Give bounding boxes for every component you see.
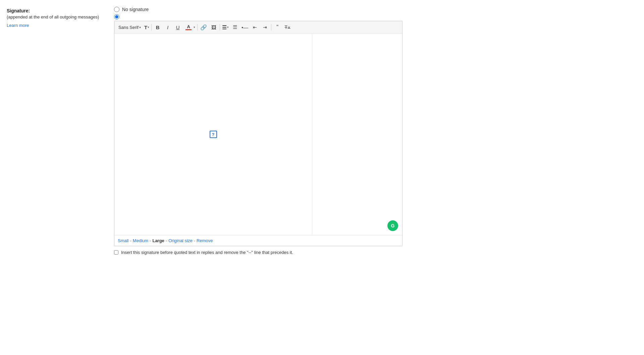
font-color-letter: A — [187, 25, 190, 29]
bold-button[interactable]: B — [153, 23, 162, 32]
size-small-link[interactable]: Small — [118, 238, 129, 243]
image-button[interactable]: 🖼 — [209, 23, 218, 32]
bulleted-list-icon: •— — [241, 25, 248, 30]
font-color-arrow: ▾ — [194, 26, 195, 29]
editor-side-area[interactable]: G — [312, 34, 402, 235]
font-size-arrow: ▾ — [148, 26, 149, 29]
font-family-label: Sans Serif — [118, 25, 139, 30]
no-signature-label: No signature — [122, 7, 149, 12]
align-arrow: ▾ — [227, 26, 229, 29]
toolbar-divider-4 — [271, 24, 271, 31]
grammarly-button[interactable]: G — [387, 220, 398, 231]
size-large-link[interactable]: Large — [152, 238, 164, 243]
size-medium-link[interactable]: Medium — [133, 238, 148, 243]
radio-options: No signature — [114, 7, 644, 19]
size-sep-4: - — [194, 238, 195, 243]
font-size-btn[interactable]: T ▾ — [144, 23, 150, 32]
image-size-bar: Small - Medium - Large - Original size -… — [114, 235, 402, 246]
editor-main-area[interactable]: ? — [114, 34, 312, 235]
indent-less-button[interactable]: ⇤ — [250, 23, 260, 32]
placeholder-image-icon: ? — [210, 131, 217, 138]
blockquote-button[interactable]: " — [273, 23, 282, 32]
bulleted-list-button[interactable]: •— — [240, 23, 250, 32]
editor-area[interactable]: ? G — [114, 34, 402, 235]
font-color-btn[interactable]: A ▾ — [183, 23, 196, 32]
italic-label: I — [167, 25, 168, 30]
numbered-list-button[interactable]: ☰ — [230, 23, 239, 32]
editor-toolbar: Sans Serif ▾ T ▾ B I — [114, 21, 402, 34]
italic-button[interactable]: I — [163, 23, 172, 32]
no-signature-row: No signature — [114, 7, 644, 12]
numbered-list-icon: ☰ — [233, 24, 237, 30]
learn-more-link[interactable]: Learn more — [7, 23, 29, 28]
underline-label: U — [176, 25, 180, 30]
left-panel: Signature: (appended at the end of all o… — [7, 7, 114, 256]
size-remove-link[interactable]: Remove — [197, 238, 213, 243]
size-original-link[interactable]: Original size — [168, 238, 193, 243]
font-size-icon: T — [144, 25, 147, 30]
font-family-select[interactable]: Sans Serif ▾ — [116, 24, 143, 31]
image-icon: 🖼 — [211, 25, 216, 30]
blockquote-icon: " — [276, 24, 278, 30]
grammarly-letter: G — [391, 223, 395, 228]
toolbar-divider-2 — [197, 24, 198, 31]
custom-signature-radio[interactable] — [114, 14, 119, 19]
indent-less-icon: ⇤ — [253, 25, 257, 30]
remove-format-icon: T✕ — [284, 25, 290, 30]
signature-description: (appended at the end of all outgoing mes… — [7, 14, 114, 20]
no-signature-radio[interactable] — [114, 7, 119, 12]
insert-signature-row: Insert this signature before quoted text… — [114, 250, 644, 256]
remove-format-button[interactable]: T✕ — [283, 23, 292, 32]
size-sep-1: - — [130, 238, 131, 243]
insert-signature-checkbox[interactable] — [114, 250, 118, 255]
toolbar-divider-3 — [220, 24, 220, 31]
size-sep-2: - — [150, 238, 151, 243]
font-color-bar — [185, 29, 192, 30]
align-icon: ☰ — [222, 24, 227, 31]
right-panel: No signature Sans Serif ▾ T ▾ — [114, 7, 644, 256]
align-button[interactable]: ☰ ▾ — [221, 23, 229, 32]
signature-label: Signature: — [7, 8, 30, 13]
toolbar-divider-1 — [151, 24, 152, 31]
indent-more-button[interactable]: ⇥ — [260, 23, 270, 32]
size-sep-3: - — [166, 238, 167, 243]
font-family-chevron: ▾ — [139, 26, 141, 29]
underline-button[interactable]: U — [173, 23, 182, 32]
signature-editor: Sans Serif ▾ T ▾ B I — [114, 21, 402, 246]
insert-signature-label: Insert this signature before quoted text… — [121, 250, 293, 256]
link-button[interactable]: 🔗 — [199, 23, 208, 32]
bold-label: B — [156, 25, 160, 30]
font-color-indicator: A — [184, 23, 193, 32]
custom-signature-row — [114, 14, 644, 19]
indent-more-icon: ⇥ — [263, 25, 267, 30]
link-icon: 🔗 — [200, 24, 207, 31]
